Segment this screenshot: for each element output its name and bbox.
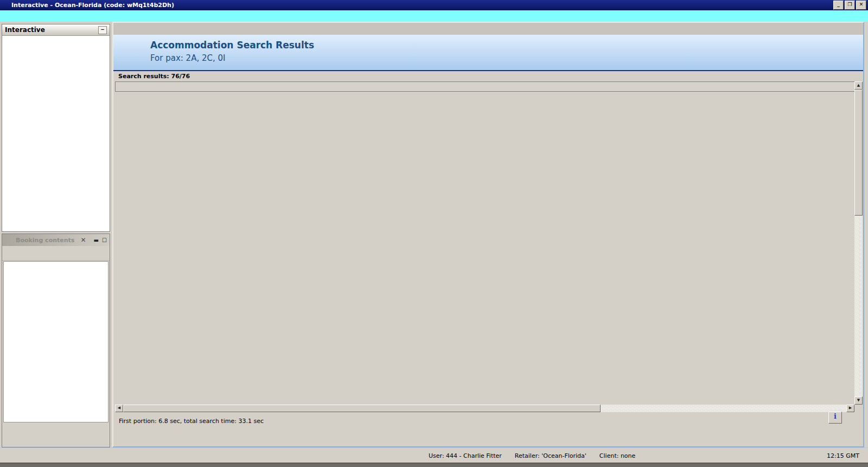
window-title: Interactive - Ocean-Florida (code: wMq1t… <box>11 2 174 9</box>
statusbar-client: Client: none <box>599 452 636 459</box>
vertical-scroll-track[interactable] <box>854 90 863 396</box>
bc-minimize-button[interactable]: ▬ <box>94 237 99 243</box>
statusbar-time: 12:15 GMT <box>827 452 859 459</box>
search-results-count: Search results: 76/76 <box>113 71 863 81</box>
window-controls: _ ❐ ✕ <box>833 1 868 10</box>
scroll-left-arrow[interactable]: ◀ <box>115 405 123 412</box>
search-time-status: First portion: 6.8 sec, total search tim… <box>119 418 264 425</box>
results-grid <box>115 81 856 92</box>
minimize-button[interactable]: _ <box>833 1 844 10</box>
vertical-scrollbar[interactable]: ▲ ▼ <box>854 81 863 405</box>
scroll-right-arrow[interactable]: ▶ <box>846 405 854 412</box>
document-tabbar <box>113 23 863 35</box>
suitcase-icon <box>5 236 13 244</box>
page-subtitle: For pax: 2A, 2C, 0I <box>150 53 225 63</box>
booking-contents-tree <box>3 261 108 422</box>
nav-collapse-button[interactable]: − <box>98 26 107 34</box>
grid-header <box>116 82 855 91</box>
booking-contents-panel: Booking contents ✕ ▬ ☐ <box>2 234 110 447</box>
scroll-up-arrow[interactable]: ▲ <box>854 81 863 90</box>
horizontal-scroll-track[interactable] <box>123 405 846 412</box>
statusbar: User: 444 - Charlie Fitter Retailer: 'Oc… <box>0 447 868 463</box>
booking-contents-controls: ▬ ☐ <box>94 237 107 243</box>
booking-contents-titlebar: Booking contents ✕ ▬ ☐ <box>2 234 110 246</box>
interactive-nav-panel: Interactive − <box>2 24 110 232</box>
main-panel: Accommodation Search Results For pax: 2A… <box>112 22 864 447</box>
info-button[interactable]: i <box>828 412 842 424</box>
booking-contents-toolbar <box>2 246 110 261</box>
statusbar-user: User: 444 - Charlie Fitter <box>429 452 502 459</box>
restore-button[interactable]: ❐ <box>845 1 855 10</box>
sidebar-tree <box>2 36 110 38</box>
window-titlebar: Interactive - Ocean-Florida (code: wMq1t… <box>0 0 868 10</box>
vertical-scroll-thumb[interactable] <box>854 90 863 216</box>
close-window-button[interactable]: ✕ <box>856 1 866 10</box>
app-icon <box>2 2 9 9</box>
scroll-down-arrow[interactable]: ▼ <box>854 396 863 405</box>
menubar <box>0 10 868 22</box>
nav-panel-title: Interactive <box>5 26 45 34</box>
page-title: Accommodation Search Results <box>150 40 314 51</box>
nav-panel-header: Interactive − <box>2 24 110 36</box>
statusbar-retailer: Retailer: 'Ocean-Florida' <box>515 452 586 459</box>
window-bottom-edge <box>0 463 868 467</box>
booking-contents-title: Booking contents <box>16 237 74 244</box>
horizontal-scrollbar[interactable]: ◀ ▶ <box>115 405 854 412</box>
building-icon <box>121 38 146 67</box>
results-header: Accommodation Search Results For pax: 2A… <box>113 35 863 71</box>
statusbar-session-info: User: 444 - Charlie Fitter Retailer: 'Oc… <box>429 452 635 459</box>
horizontal-scroll-thumb[interactable] <box>123 405 601 412</box>
booking-contents-close-icon[interactable]: ✕ <box>80 236 86 244</box>
bc-maximize-button[interactable]: ☐ <box>102 237 107 243</box>
